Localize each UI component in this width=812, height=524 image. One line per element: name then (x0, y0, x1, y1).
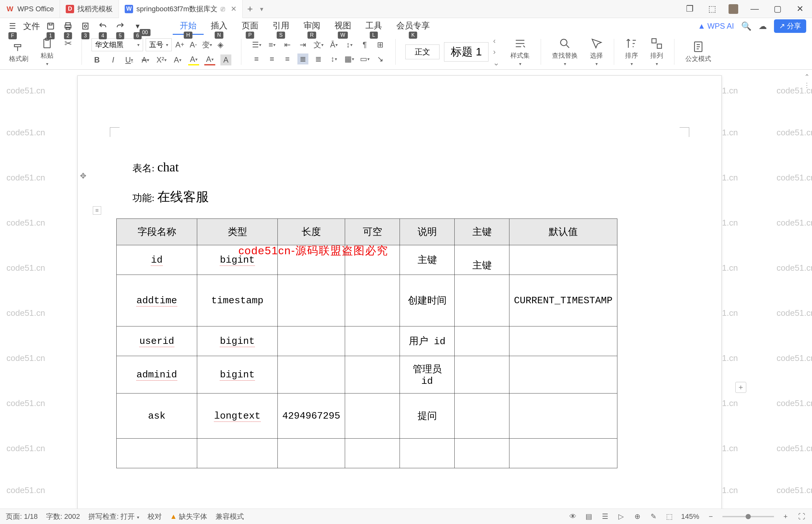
tab-references[interactable]: 引用S (266, 17, 296, 35)
font-name-select[interactable]: 华文细黑▾ (92, 38, 143, 51)
clear-format-icon[interactable]: ◈ (215, 39, 226, 50)
presentation-icon[interactable]: ⎚ (221, 5, 225, 13)
print-icon[interactable]: 2 (61, 19, 75, 33)
document-page[interactable]: 表名: chat 功能: 在线客服 字段名称 类型 长度 可空 说明 主键 默认… (77, 76, 722, 509)
line-spacing-2-icon[interactable]: ↕▾ (328, 53, 339, 64)
text-direction-icon[interactable]: 文▾ (313, 39, 324, 50)
side-more-icon[interactable]: ⋮ (803, 81, 811, 89)
paste-button[interactable]: 粘贴▾ (39, 36, 55, 68)
fullscreen-icon[interactable]: ⛶ (797, 512, 806, 521)
bold-icon[interactable]: B (92, 54, 102, 65)
underline-icon[interactable]: U▾ (124, 54, 135, 65)
align-distribute-icon[interactable]: ≣ (313, 53, 324, 64)
sb-proofread[interactable]: 校对 (148, 512, 162, 521)
redo-icon[interactable]: 5 (113, 19, 127, 33)
table-row[interactable] (117, 439, 617, 468)
zoom-out-icon[interactable]: − (706, 512, 715, 521)
table-row[interactable]: adminid bigint 管理员 id (117, 356, 617, 393)
line-spacing-icon[interactable]: ↕▾ (344, 39, 355, 50)
edit-icon[interactable]: ✎ (649, 512, 658, 521)
sb-spell-check[interactable]: 拼写检查: 打开 ▾ (88, 512, 139, 521)
font-color-icon[interactable]: A▾ (204, 54, 215, 65)
align-arrange-button[interactable]: 排列▾ (649, 36, 664, 68)
tab-member[interactable]: 会员专享K (389, 17, 437, 35)
table-move-handle-icon[interactable]: ✥ (80, 171, 86, 178)
paragraph-dialog-icon[interactable]: ↘ (375, 53, 386, 64)
tab-docer-template[interactable]: D 找稻壳模板 (60, 0, 119, 18)
page-layout-icon[interactable]: ▤ (584, 512, 594, 521)
user-avatar-icon[interactable] (729, 4, 738, 14)
shrink-font-icon[interactable]: A- (188, 39, 199, 50)
add-row-handle-icon[interactable]: + (735, 382, 746, 393)
zoom-slider[interactable] (723, 516, 774, 517)
tab-tools[interactable]: 工具L (358, 17, 389, 35)
tab-wps-office[interactable]: W WPS Office (0, 0, 60, 18)
reading-icon[interactable]: ▷ (617, 512, 626, 521)
strikethrough-icon[interactable]: A▾ (140, 54, 151, 65)
highlight-icon[interactable]: A▾ (188, 54, 199, 65)
office-mode-button[interactable]: 公文模式 (684, 39, 712, 64)
align-right-icon[interactable]: ≡ (282, 53, 293, 64)
character-shading-icon[interactable]: A (220, 54, 231, 65)
phonetic-guide-icon[interactable]: 变▾ (201, 39, 212, 50)
tab-view[interactable]: 视图W (327, 17, 358, 35)
page-width-icon[interactable]: ⬚ (665, 512, 674, 521)
sort-button[interactable]: 排序▾ (624, 36, 639, 68)
text-effects-icon[interactable]: A▾ (172, 54, 183, 65)
tab-home[interactable]: 开始H (173, 17, 204, 35)
tab-page[interactable]: 页面P (235, 17, 266, 35)
web-layout-icon[interactable]: ⊕ (633, 512, 642, 521)
new-tab-button[interactable]: + (243, 3, 258, 15)
cloud-sync-icon[interactable]: ☁ (759, 21, 767, 31)
save-icon[interactable]: 1 (44, 19, 57, 33)
collapse-side-icon[interactable]: ⌃ (803, 73, 811, 81)
show-marks-icon[interactable]: ¶ (359, 39, 370, 50)
function-line[interactable]: 功能: 在线客服 (132, 188, 683, 206)
zoom-level[interactable]: 145% (681, 512, 699, 521)
italic-icon[interactable]: I (107, 54, 119, 65)
close-tab-icon[interactable]: ✕ (231, 5, 236, 13)
tab-review[interactable]: 审阅R (296, 17, 327, 35)
number-list-icon[interactable]: ≡▾ (266, 39, 278, 50)
cube-icon[interactable]: ⬚ (706, 3, 719, 15)
select-button[interactable]: 选择▾ (589, 36, 604, 68)
shading-icon[interactable]: ▦▾ (344, 53, 355, 64)
style-heading-1[interactable]: 标题 1 (444, 42, 488, 62)
style-body[interactable]: 正文 (405, 45, 440, 59)
zoom-in-icon[interactable]: + (781, 512, 790, 521)
print-preview-icon[interactable]: 3 (79, 19, 92, 33)
borders-icon[interactable]: ▭▾ (359, 53, 370, 64)
share-button[interactable]: ↗ 分享 (774, 19, 806, 33)
align-left-icon[interactable]: ≡ (251, 53, 262, 64)
sb-missing-font[interactable]: ▲ 缺失字体 (170, 512, 208, 521)
table-row[interactable]: addtime timestamp 创建时间 CURRENT_TIMESTAMP (117, 275, 617, 326)
table-name-line[interactable]: 表名: chat (132, 160, 683, 175)
tab-menu-caret[interactable]: ▾ (258, 5, 266, 13)
tab-stops-icon[interactable]: ⊞ (375, 39, 386, 50)
align-center-icon[interactable]: ≡ (266, 53, 278, 64)
wps-ai-button[interactable]: ▲WPS AI (698, 21, 734, 31)
eye-icon[interactable]: 👁 (568, 512, 577, 521)
outline-icon[interactable]: ☰ (601, 512, 610, 521)
file-menu[interactable]: 文件 (23, 21, 40, 32)
bullet-list-icon[interactable]: ☰▾ (251, 39, 262, 50)
table-row[interactable]: userid bigint 用户 id (117, 326, 617, 356)
char-scale-icon[interactable]: Ā▾ (328, 39, 339, 50)
style-nav-up-icon[interactable]: ‹ (493, 36, 499, 46)
style-nav-more-icon[interactable]: ⌄ (493, 58, 499, 67)
minimize-icon[interactable]: — (748, 3, 761, 15)
paragraph-handle-icon[interactable]: ≡ (93, 206, 101, 215)
search-icon[interactable]: 🔍 (741, 21, 751, 31)
find-replace-button[interactable]: 查找替换▾ (551, 36, 579, 68)
hamburger-menu-icon[interactable]: ☰F (6, 19, 19, 33)
maximize-icon[interactable]: ▢ (771, 3, 784, 15)
format-brush-button[interactable]: 格式刷 (8, 39, 30, 64)
decrease-indent-icon[interactable]: ⇤ (282, 39, 293, 50)
style-nav-down-icon[interactable]: › (493, 47, 499, 56)
cut-icon[interactable]: ✂ (64, 38, 72, 49)
increase-indent-icon[interactable]: ⇥ (297, 39, 308, 50)
align-justify-icon[interactable]: ≣ (297, 53, 308, 64)
clone-window-icon[interactable]: ❐ (683, 3, 696, 15)
sb-word-count[interactable]: 字数: 2002 (46, 512, 80, 521)
table-row[interactable]: ask longtext 4294967295 提问 (117, 393, 617, 439)
